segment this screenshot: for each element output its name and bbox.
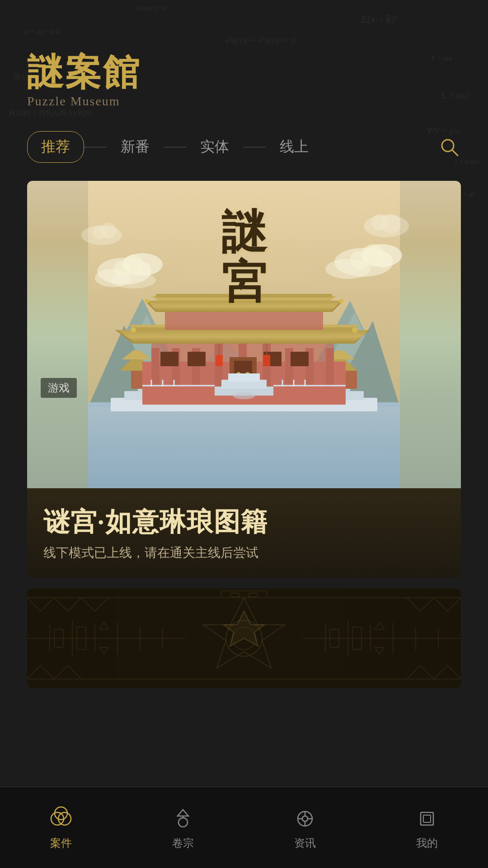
nav-label-profile: 我的 <box>416 836 438 850</box>
svg-rect-89 <box>263 355 270 366</box>
search-icon <box>439 137 460 157</box>
svg-rect-58 <box>291 352 309 366</box>
second-card-preview[interactable] <box>27 589 461 688</box>
svg-point-18 <box>100 222 117 239</box>
cases-icon <box>47 805 75 832</box>
game-tag: 游戏 <box>41 378 77 398</box>
tab-divider-1 <box>84 147 107 147</box>
game-title-overlay: 謎宮 <box>221 208 267 307</box>
svg-point-73 <box>339 299 343 303</box>
svg-point-72 <box>145 299 149 303</box>
svg-point-21 <box>381 214 401 234</box>
nav-label-news: 资讯 <box>294 836 316 850</box>
svg-rect-136 <box>423 815 431 822</box>
second-card-bg <box>27 589 461 688</box>
nav-tabs: 推荐 新番 实体 线上 <box>0 122 488 172</box>
card-title: 谜宫·如意琳琅图籍 <box>43 505 445 540</box>
bottom-nav: 案件 卷宗 资讯 <box>0 787 488 868</box>
svg-line-1 <box>452 150 458 156</box>
nav-item-cases[interactable]: 案件 <box>0 805 122 850</box>
image-title: 謎宮 <box>221 208 267 307</box>
tab-physical[interactable]: 实体 <box>186 131 243 163</box>
app-title-cn: 謎案館 <box>27 54 461 90</box>
nav-item-profile[interactable]: 我的 <box>366 805 488 850</box>
archive-icon <box>169 805 197 832</box>
tab-divider-2 <box>164 147 186 147</box>
svg-rect-30 <box>88 402 400 488</box>
tab-recommended[interactable]: 推荐 <box>27 131 84 163</box>
featured-image: 謎宮 游戏 <box>27 181 461 488</box>
svg-point-77 <box>233 392 255 399</box>
svg-rect-135 <box>421 812 433 825</box>
search-button[interactable] <box>437 135 461 159</box>
tab-online[interactable]: 线上 <box>266 131 323 163</box>
svg-point-130 <box>302 816 308 821</box>
app-title-en: Puzzle Museum <box>27 94 461 108</box>
svg-rect-64 <box>165 312 323 330</box>
svg-rect-56 <box>188 352 206 366</box>
card-info: 谜宫·如意琳琅图籍 线下模式已上线，请在通关主线后尝试 <box>27 488 461 578</box>
nav-label-archive: 卷宗 <box>172 836 194 850</box>
nav-item-archive[interactable]: 卷宗 <box>122 805 244 850</box>
svg-point-127 <box>178 818 188 827</box>
news-icon <box>291 805 319 832</box>
card-subtitle: 线下模式已上线，请在通关主线后尝试 <box>43 544 445 561</box>
svg-rect-55 <box>160 352 178 366</box>
svg-point-71 <box>352 327 357 333</box>
svg-marker-126 <box>178 810 188 816</box>
profile-icon <box>413 805 441 832</box>
nav-item-news[interactable]: 资讯 <box>244 805 366 850</box>
featured-card[interactable]: 謎宮 游戏 谜宫·如意琳琅图籍 线下模式已上线，请在通关主线后尝试 <box>27 181 461 578</box>
svg-marker-59 <box>115 330 368 344</box>
svg-rect-87 <box>216 355 223 366</box>
tab-divider-3 <box>243 147 266 147</box>
tribal-pattern-svg <box>27 589 461 688</box>
svg-rect-76 <box>228 373 260 382</box>
svg-point-15 <box>376 252 392 268</box>
svg-point-9 <box>138 262 151 276</box>
header: 謎案館 Puzzle Museum <box>0 0 488 122</box>
nav-label-cases: 案件 <box>50 836 72 850</box>
svg-point-70 <box>131 327 136 333</box>
tab-new[interactable]: 新番 <box>107 131 164 163</box>
